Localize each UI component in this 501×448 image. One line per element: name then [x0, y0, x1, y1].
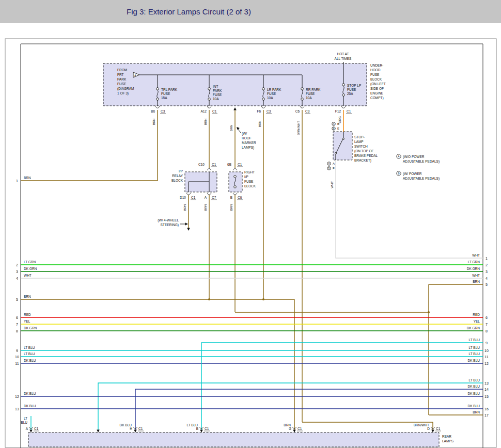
fuse-label: 15A — [161, 96, 167, 100]
left-pin-number: 9 — [16, 349, 18, 353]
from-frt-park-fuse-label: PARK — [117, 77, 127, 81]
left-pin-wire-label: DK BLU — [24, 359, 36, 362]
wire-color-label: BRN — [230, 204, 233, 211]
switch-contact — [335, 153, 337, 154]
right-pin-number: 5 — [486, 283, 488, 286]
switch-pin: E — [337, 127, 339, 130]
title-bar: Fig 3: Exterior Lamps Circuit (2 of 3) — [0, 0, 501, 23]
fuse-label: FUSE — [267, 92, 276, 95]
bottom-wire-color-label: LT BLU — [187, 423, 198, 427]
right-pin-number: 9 — [486, 341, 488, 345]
connector-pin: D10 — [180, 196, 186, 199]
left-pin-number: 4 — [16, 277, 18, 280]
right-pin-wire-label: LT GRN — [468, 260, 480, 264]
fuse-label: LR PARK — [267, 88, 281, 91]
underhood-fuse-block-label: ENGINE — [370, 91, 384, 95]
right-pin-wire-label: DK BLU — [468, 392, 480, 395]
fuse-terminal — [208, 88, 211, 90]
underhood-fuse-block-label: FUSE — [370, 73, 380, 76]
connector-pin: B — [230, 196, 232, 199]
connector-id: C7 — [212, 196, 216, 199]
fuse-label: PARK — [213, 89, 222, 92]
fuse-label: FUSE — [161, 92, 170, 95]
fuse-terminal — [234, 186, 237, 188]
connector-pin: F6 — [257, 109, 261, 113]
from-frt-park-fuse-label: FUSE — [117, 82, 127, 86]
fuse-label: 10A — [306, 96, 312, 100]
fuse-label: STOP LP — [347, 84, 361, 87]
fuse-label: 10A — [213, 97, 219, 101]
right-pin-wire-label: RED — [473, 313, 480, 316]
left-pin-number: 5 — [16, 298, 18, 301]
right-pin-number: 17 — [484, 413, 489, 417]
right-pin-number: 14 — [484, 388, 489, 391]
connector-pin: H — [130, 427, 132, 430]
switch-pin: F — [333, 167, 335, 170]
wire-color-label: BRN — [204, 119, 207, 125]
right-pin-number: 10 — [484, 349, 489, 353]
fuse-label: FUSE — [306, 92, 315, 95]
bottom-wire-color-label: DK BLU — [120, 423, 132, 427]
bottom-wire-color-label: BRN/WHT — [414, 423, 429, 427]
right-pin-number: 3 — [486, 270, 488, 274]
legend-text: (W/ POWER — [403, 172, 422, 176]
right-ip-fuse-block-label: FUSE — [244, 180, 254, 183]
stop-lamp-switch-box — [333, 132, 352, 160]
connector-pin: 6B — [227, 163, 231, 166]
connector-pin: A — [26, 427, 28, 430]
left-pin-wire-label: DK BLU — [24, 404, 36, 408]
right-pin-wire-label: BRN — [473, 410, 480, 414]
right-pin-wire-label: BRN — [473, 280, 480, 283]
right-pin-number: 13 — [484, 381, 489, 385]
connector-pin: C10 — [198, 163, 205, 166]
roof-marker-note: LAMPS) — [242, 146, 254, 150]
connector-id: C1 — [34, 427, 39, 430]
wire-color-label: BRN/WHT — [297, 121, 300, 135]
legend-text: (W/O POWER — [403, 155, 425, 159]
fuse-terminal — [208, 98, 211, 101]
left-pin-wire-label: WHT — [24, 274, 32, 277]
connector-id: C3 — [267, 109, 271, 113]
right-pin-number: 1 — [486, 257, 488, 260]
junction-dot — [208, 298, 210, 300]
fuse-terminal — [156, 98, 159, 101]
junction-dot — [428, 311, 430, 313]
connector-id: C1 — [205, 427, 209, 430]
wire-color-label: BRN — [230, 125, 233, 132]
connector-id: C1 — [298, 427, 302, 430]
connector-pin: A12 — [200, 109, 207, 113]
fuse-label: 10A — [267, 96, 273, 100]
left-pin-number: 6 — [16, 316, 18, 319]
wiring-diagram: HOT ATALL TIMESFROMFRTPARKFUSE(DIAGRAM1 … — [0, 0, 501, 448]
right-pin-wire-label: WHT — [472, 253, 480, 257]
left-pin-number: 12 — [15, 395, 19, 398]
fuse-label: FUSE — [213, 93, 222, 97]
from-frt-park-fuse-label: (DIAGRAM — [117, 87, 134, 91]
rear-lamps-connector-box — [28, 433, 439, 447]
ip-relay-block-label: I/P — [179, 169, 183, 173]
fuse-label: 25A — [347, 92, 353, 95]
fuse-terminal — [301, 98, 304, 101]
hot-at-all-times-label: ALL TIMES — [335, 57, 352, 60]
roof-marker-note: ROOF — [242, 136, 252, 140]
fuse-terminal — [301, 88, 304, 90]
right-pin-number: 12 — [484, 362, 489, 365]
rear-lamps-label: LAMPS — [442, 439, 454, 443]
right-ip-fuse-block-label: I/P — [244, 175, 248, 179]
connector-pin: B — [196, 427, 198, 430]
connector-id: C6 — [238, 196, 242, 199]
rear-lamps-label: REAR — [442, 435, 451, 438]
wire-color-label: BRN — [152, 119, 155, 125]
fuse-terminal — [156, 88, 159, 90]
hot-at-all-times-label: HOT AT — [337, 52, 349, 56]
stop-lamp-switch-label: SWITCH — [354, 145, 368, 148]
from-frt-park-fuse-label: FRT — [117, 73, 124, 76]
four-wheel-steering-note: (W/ 4-WHEEL — [158, 218, 179, 222]
connector-id: C1 — [212, 109, 217, 113]
fuse-label: INT — [213, 85, 218, 88]
left-pin-wire-label: YEL — [24, 319, 30, 323]
connector-pin: C6 — [295, 109, 300, 113]
switch-contact — [343, 138, 345, 140]
left-pin-number: 7 — [16, 323, 18, 326]
bottom-wire-color-label: LT — [24, 417, 27, 420]
